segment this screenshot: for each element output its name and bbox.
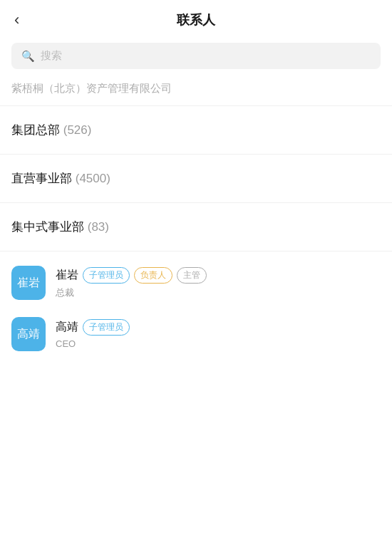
avatar-1: 高靖: [11, 317, 46, 351]
contact-info-0: 崔岩 子管理员 负责人 主管 总裁: [56, 267, 207, 299]
badge-1-0: 子管理员: [83, 319, 130, 336]
search-placeholder: 搜索: [41, 49, 62, 63]
contact-name-0: 崔岩: [56, 268, 78, 283]
group-count-1: (4500): [76, 172, 110, 185]
badge-0-0: 子管理员: [83, 267, 130, 284]
contact-name-1: 高靖: [56, 320, 78, 335]
contact-item-1[interactable]: 高靖 高靖 子管理员 CEO: [0, 308, 392, 360]
group-item-1[interactable]: 直营事业部 (4500): [0, 155, 392, 203]
search-icon: 🔍: [21, 50, 35, 63]
group-name-0: 集团总部: [11, 123, 60, 137]
group-name-1: 直营事业部: [11, 172, 72, 185]
contact-info-1: 高靖 子管理员 CEO: [56, 319, 130, 349]
contacts-page: ‹ 联系人 🔍 搜索 紫梧桐（北京）资产管理有限公司 集团总部 (526) 直营…: [0, 0, 392, 540]
contact-name-row-0: 崔岩 子管理员 负责人 主管: [56, 267, 207, 284]
group-count-2: (83): [88, 220, 109, 234]
badge-0-2: 主管: [177, 267, 207, 284]
back-button[interactable]: ‹: [14, 11, 19, 29]
contact-name-row-1: 高靖 子管理员: [56, 319, 130, 336]
avatar-0: 崔岩: [11, 266, 46, 300]
search-bar[interactable]: 🔍 搜索: [11, 43, 381, 69]
badge-0-1: 负责人: [134, 267, 172, 284]
contact-item-0[interactable]: 崔岩 崔岩 子管理员 负责人 主管 总裁: [0, 257, 392, 308]
page-title: 联系人: [177, 11, 215, 28]
header: ‹ 联系人: [0, 0, 392, 37]
contact-title-1: CEO: [56, 338, 130, 349]
group-item-2[interactable]: 集中式事业部 (83): [0, 203, 392, 251]
contact-title-0: 总裁: [56, 286, 207, 299]
group-count-0: (526): [63, 123, 92, 137]
contact-list: 崔岩 崔岩 子管理员 负责人 主管 总裁 高靖 高靖 子管理员 CEO: [0, 251, 392, 540]
company-name: 紫梧桐（北京）资产管理有限公司: [0, 78, 392, 105]
group-name-2: 集中式事业部: [11, 220, 84, 234]
group-item-0[interactable]: 集团总部 (526): [0, 106, 392, 155]
